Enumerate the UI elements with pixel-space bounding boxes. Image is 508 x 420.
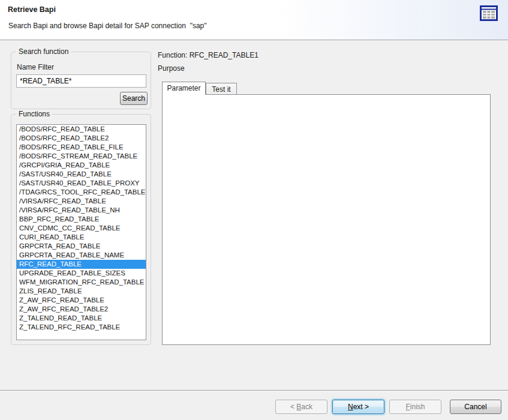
- function-list-item[interactable]: /BODS/RFC_STREAM_READ_TABLE: [17, 152, 146, 161]
- function-list-item[interactable]: /BODS/RFC_READ_TABLE: [17, 125, 146, 134]
- function-list-item[interactable]: GRPCRTA_READ_TABLE_NAME: [17, 251, 146, 260]
- function-list-item[interactable]: Z_AW_RFC_READ_TABLE: [17, 296, 146, 305]
- function-list-item[interactable]: /VIRSA/RFC_READ_TABLE: [17, 197, 146, 206]
- purpose-label: Purpose: [158, 64, 185, 73]
- function-list-item[interactable]: /BODS/RFC_READ_TABLE2: [17, 134, 146, 143]
- function-list-item[interactable]: WFM_MIGRATION_RFC_READ_TABLE: [17, 278, 146, 287]
- table-grid-icon: [480, 5, 498, 21]
- function-name-label: Function: RFC_READ_TABLE1: [158, 51, 258, 59]
- search-function-group: Search function Name Filter Search: [11, 52, 151, 109]
- tab-test-it[interactable]: Test it: [206, 83, 237, 94]
- function-list-item[interactable]: CNV_CDMC_CC_READ_TABLE: [17, 224, 146, 233]
- name-filter-label: Name Filter: [17, 63, 54, 71]
- tab-parameter[interactable]: Parameter: [162, 82, 206, 95]
- finish-button[interactable]: Finish: [389, 400, 441, 414]
- function-list-item[interactable]: /TDAG/RCS_TOOL_RFC_READ_TABLE: [17, 188, 146, 197]
- page-title: Retrieve Bapi: [8, 5, 56, 14]
- search-function-legend: Search function: [16, 47, 71, 56]
- function-list-item[interactable]: ZLIS_READ_TABLE: [17, 287, 146, 296]
- tab-test-it-label: Test it: [212, 85, 230, 94]
- page-subtitle: Search Bapi and browse Bapi detail for S…: [8, 22, 207, 30]
- name-filter-input[interactable]: [16, 74, 146, 88]
- button-bar: < BackNext >FinishCancel: [0, 400, 508, 415]
- footer-separator: [0, 390, 508, 391]
- function-list-item[interactable]: UPGRADE_READ_TABLE_SIZES: [17, 269, 146, 278]
- search-button[interactable]: Search: [120, 92, 148, 105]
- tab-parameter-label: Parameter: [167, 84, 200, 92]
- function-list-item[interactable]: GRPCRTA_READ_TABLE: [17, 242, 146, 251]
- functions-group: Functions /BODS/RFC_READ_TABLE/BODS/RFC_…: [11, 114, 151, 345]
- function-list-item[interactable]: /SAST/USR40_READ_TABLE: [17, 170, 146, 179]
- next-button[interactable]: Next >: [332, 400, 384, 414]
- function-list-item[interactable]: RFC_READ_TABLE: [17, 260, 146, 269]
- function-list-item[interactable]: Z_AW_RFC_READ_TABLE2: [17, 305, 146, 314]
- function-list-item[interactable]: CURI_READ_TABLE: [17, 233, 146, 242]
- function-list-item[interactable]: /GRCPI/GRIA_READ_TABLE: [17, 161, 146, 170]
- function-list-item[interactable]: /BODS/RFC_READ_TABLE_FILE: [17, 143, 146, 152]
- back-button[interactable]: < Back: [275, 400, 327, 414]
- cancel-button[interactable]: Cancel: [450, 400, 501, 414]
- functions-list[interactable]: /BODS/RFC_READ_TABLE/BODS/RFC_READ_TABLE…: [16, 124, 146, 340]
- function-list-item[interactable]: Z_TALEND_READ_TABLE: [17, 314, 146, 323]
- wizard-header: Retrieve Bapi Search Bapi and browse Bap…: [0, 0, 508, 40]
- parameter-tab-panel: [162, 94, 491, 345]
- function-list-item[interactable]: /VIRSA/RFC_READ_TABLE_NH: [17, 206, 146, 215]
- function-list-item[interactable]: /SAST/USR40_READ_TABLE_PROXY: [17, 179, 146, 188]
- functions-legend: Functions: [16, 110, 52, 118]
- function-list-item[interactable]: Z_TALEND_RFC_READ_TABLE: [17, 323, 146, 332]
- function-list-item[interactable]: BBP_RFC_READ_TABLE: [17, 215, 146, 224]
